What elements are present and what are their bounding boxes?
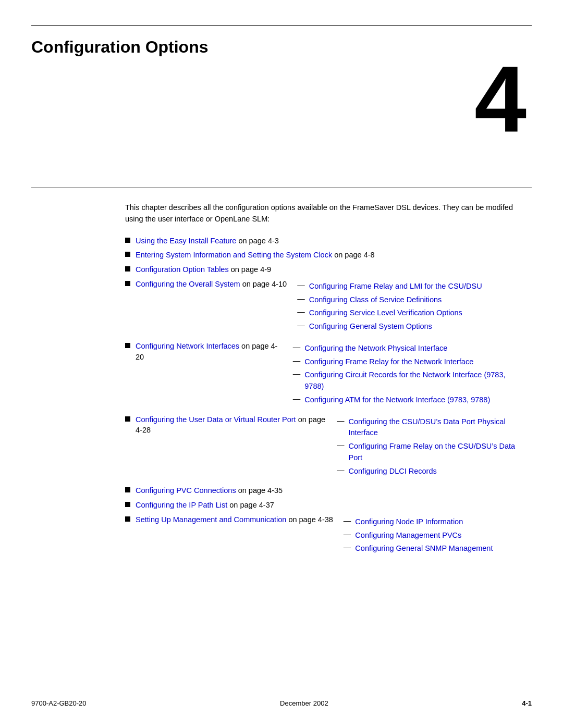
toc-item-item-ip-path-list: Configuring the IP Path List on page 4-3…: [125, 500, 521, 511]
sub-item-sub-atm-network: —Configuring ATM for the Network Interfa…: [293, 394, 521, 406]
footer: 9700-A2-GB20-20 December 2002 4-1: [31, 699, 532, 707]
sub-item-sub-service-level: —Configuring Service Level Verification …: [297, 307, 482, 319]
mid-rule: [31, 188, 532, 188]
toc-link-item-overall-system[interactable]: Configuring the Overall System: [136, 280, 240, 288]
chapter-number: 4: [474, 52, 527, 146]
sub-link-sub-dlci-records[interactable]: Configuring DLCI Records: [349, 466, 437, 477]
toc-link-item-user-data[interactable]: Configuring the User Data or Virtual Rou…: [136, 415, 296, 424]
sub-link-sub-csu-dsu-data-port[interactable]: Configuring the CSU/DSU’s Data Port Phys…: [349, 416, 522, 439]
sub-link-sub-frame-relay-network[interactable]: Configuring Frame Relay for the Network …: [304, 356, 473, 368]
sub-link-sub-node-ip[interactable]: Configuring Node IP Information: [355, 516, 463, 528]
sub-list-item-mgmt-communication: —Configuring Node IP Information—Configu…: [344, 516, 493, 557]
toc-plain-item-entering-system: on page 4-8: [332, 251, 374, 259]
bullet-icon-item-config-option-tables: [125, 266, 130, 272]
dash-icon-sub-mgmt-pvcs: —: [344, 530, 351, 538]
toc-link-item-entering-system[interactable]: Entering System Information and Setting …: [136, 251, 332, 259]
dash-icon-sub-csu-dsu-data-port: —: [337, 416, 345, 425]
sub-link-sub-frame-relay-csu[interactable]: Configuring Frame Relay on the CSU/DSU’s…: [349, 441, 522, 464]
dash-icon-sub-dlci-records: —: [337, 466, 345, 474]
dash-icon-sub-node-ip: —: [344, 516, 351, 525]
bullet-icon-item-entering-system: [125, 252, 130, 257]
toc-item-item-mgmt-communication: Setting Up Management and Communication …: [125, 514, 521, 560]
bullet-icon-item-pvc-connections: [125, 487, 130, 492]
dash-icon-sub-atm-network: —: [293, 394, 301, 403]
bullet-icon-item-network-interfaces: [125, 343, 130, 348]
toc-link-item-mgmt-communication[interactable]: Setting Up Management and Communication: [136, 515, 286, 524]
toc-list: Using the Easy Install Feature on page 4…: [125, 236, 521, 560]
dash-icon-sub-cos-definitions: —: [297, 294, 305, 303]
sub-link-sub-network-physical[interactable]: Configuring the Network Physical Interfa…: [304, 343, 447, 354]
sub-item-sub-frame-relay-csu: —Configuring Frame Relay on the CSU/DSU’…: [337, 441, 521, 464]
bullet-icon-item-ip-path-list: [125, 502, 130, 507]
sub-item-sub-general-system: —Configuring General System Options: [297, 321, 482, 332]
toc-item-item-entering-system: Entering System Information and Setting …: [125, 250, 521, 261]
toc-plain-item-mgmt-communication: on page 4-38: [286, 515, 333, 524]
toc-link-item-pvc-connections[interactable]: Configuring PVC Connections: [136, 486, 236, 495]
toc-link-item-network-interfaces[interactable]: Configuring Network Interfaces: [136, 342, 239, 350]
toc-plain-item-pvc-connections: on page 4-35: [236, 486, 283, 495]
sub-link-sub-frame-relay-lmi[interactable]: Configuring Frame Relay and LMI for the …: [309, 281, 482, 292]
sub-item-sub-network-physical: —Configuring the Network Physical Interf…: [293, 343, 521, 354]
toc-plain-item-overall-system: on page 4-10: [240, 280, 287, 288]
sub-item-sub-csu-dsu-data-port: —Configuring the CSU/DSU’s Data Port Phy…: [337, 416, 521, 439]
dash-icon-sub-service-level: —: [297, 307, 305, 316]
sub-item-sub-cos-definitions: —Configuring Class of Service Definition…: [297, 294, 482, 306]
sub-item-sub-frame-relay-network: —Configuring Frame Relay for the Network…: [293, 356, 521, 368]
sub-list-item-network-interfaces: —Configuring the Network Physical Interf…: [293, 343, 521, 408]
sub-link-sub-cos-definitions[interactable]: Configuring Class of Service Definitions: [309, 294, 442, 306]
sub-link-sub-service-level[interactable]: Configuring Service Level Verification O…: [309, 307, 462, 319]
dash-icon-sub-frame-relay-network: —: [293, 356, 301, 365]
top-rule: [31, 25, 532, 26]
bullet-icon-item-overall-system: [125, 281, 130, 286]
sub-link-sub-atm-network[interactable]: Configuring ATM for the Network Interfac…: [304, 394, 490, 406]
footer-right: 4-1: [522, 699, 532, 707]
sub-link-sub-mgmt-pvcs[interactable]: Configuring Management PVCs: [355, 530, 461, 541]
intro-text: This chapter describes all the configura…: [125, 202, 521, 225]
toc-plain-item-ip-path-list: on page 4-37: [227, 501, 274, 509]
toc-item-item-overall-system: Configuring the Overall System on page 4…: [125, 279, 521, 338]
sub-item-sub-general-snmp: —Configuring General SNMP Management: [344, 543, 493, 554]
dash-icon-sub-frame-relay-lmi: —: [297, 281, 305, 289]
content-area: This chapter describes all the configura…: [125, 202, 521, 563]
toc-link-item-config-option-tables[interactable]: Configuration Option Tables: [136, 265, 229, 274]
toc-item-item-config-option-tables: Configuration Option Tables on page 4-9: [125, 264, 521, 276]
toc-item-item-network-interfaces: Configuring Network Interfaces on page 4…: [125, 341, 521, 411]
toc-plain-item-config-option-tables: on page 4-9: [229, 265, 271, 274]
dash-icon-sub-network-physical: —: [293, 343, 301, 351]
sub-item-sub-node-ip: —Configuring Node IP Information: [344, 516, 493, 528]
sub-list-item-overall-system: —Configuring Frame Relay and LMI for the…: [297, 281, 482, 335]
bullet-icon-item-mgmt-communication: [125, 516, 130, 522]
toc-item-item-user-data: Configuring the User Data or Virtual Rou…: [125, 414, 521, 483]
toc-link-item-ip-path-list[interactable]: Configuring the IP Path List: [136, 501, 227, 509]
toc-link-item-easy-install[interactable]: Using the Easy Install Feature: [136, 237, 236, 245]
dash-icon-sub-general-snmp: —: [344, 543, 351, 551]
dash-icon-sub-frame-relay-csu: —: [337, 441, 345, 449]
bullet-icon-item-user-data: [125, 416, 130, 422]
toc-item-item-pvc-connections: Configuring PVC Connections on page 4-35: [125, 485, 521, 497]
sub-link-sub-circuit-records[interactable]: Configuring Circuit Records for the Netw…: [304, 369, 521, 392]
sub-link-sub-general-system[interactable]: Configuring General System Options: [309, 321, 432, 332]
sub-item-sub-frame-relay-lmi: —Configuring Frame Relay and LMI for the…: [297, 281, 482, 292]
dash-icon-sub-general-system: —: [297, 321, 305, 329]
chapter-title: Configuration Options: [31, 38, 209, 57]
dash-icon-sub-circuit-records: —: [293, 369, 301, 378]
toc-item-item-easy-install: Using the Easy Install Feature on page 4…: [125, 236, 521, 247]
page-container: Configuration Options 4 This chapter des…: [0, 0, 563, 728]
bullet-icon-item-easy-install: [125, 238, 130, 243]
sub-link-sub-general-snmp[interactable]: Configuring General SNMP Management: [355, 543, 493, 554]
footer-left: 9700-A2-GB20-20: [31, 699, 87, 707]
toc-plain-item-easy-install: on page 4-3: [236, 237, 278, 245]
footer-center: December 2002: [280, 699, 328, 707]
sub-item-sub-dlci-records: —Configuring DLCI Records: [337, 466, 521, 477]
sub-item-sub-mgmt-pvcs: —Configuring Management PVCs: [344, 530, 493, 541]
sub-list-item-user-data: —Configuring the CSU/DSU’s Data Port Phy…: [337, 416, 521, 479]
sub-item-sub-circuit-records: —Configuring Circuit Records for the Net…: [293, 369, 521, 392]
